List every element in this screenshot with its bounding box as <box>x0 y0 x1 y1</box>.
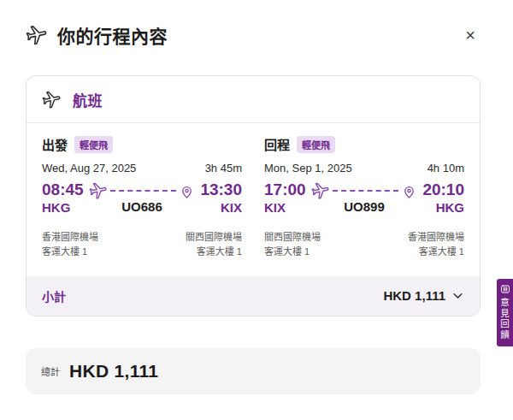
plane-icon <box>42 90 62 109</box>
departure-airport-code: HKG <box>42 200 84 216</box>
close-button[interactable]: × <box>463 25 477 45</box>
departure-time-block: 17:00 KIX <box>264 180 306 216</box>
subtotal-label: 小計 <box>42 287 66 305</box>
departure-time: 08:45 <box>42 180 84 200</box>
date-row: Mon, Sep 1, 2025 4h 10m <box>264 162 464 175</box>
arrival-airport-code: KIX <box>200 200 242 216</box>
chevron-down-icon <box>451 289 464 302</box>
flight-number: UO899 <box>344 199 385 214</box>
departure-airport-code: KIX <box>264 200 306 216</box>
modal-header-left: 你的行程內容 <box>26 22 168 48</box>
fare-badge: 輕便飛 <box>74 136 113 153</box>
arrival-time: 13:30 <box>200 180 242 200</box>
departure-airport-name: 香港國際機場 <box>42 230 98 245</box>
departure-terminal: 客運大樓 1 <box>264 245 321 259</box>
total-card: 總計 HKD 1,111 <box>26 348 481 394</box>
segment-outbound: 出發 輕便飛 Wed, Aug 27, 2025 3h 45m 08:45 HK… <box>42 135 242 259</box>
arrival-airport-code: HKG <box>422 200 464 216</box>
departure-airport: 關西國際機場 客運大樓 1 <box>264 230 321 259</box>
segment-return: 回程 輕便飛 Mon, Sep 1, 2025 4h 10m 17:00 KIX <box>264 135 464 259</box>
subtotal-row[interactable]: 小計 HKD 1,111 <box>27 276 480 316</box>
subtotal-amount: HKD 1,111 <box>383 288 464 303</box>
total-label: 總計 <box>41 364 60 378</box>
arrival-airport-name: 關西國際機場 <box>186 230 242 245</box>
arrival-time-block: 13:30 KIX <box>200 180 242 216</box>
segment-header: 出發 輕便飛 <box>42 135 242 153</box>
plane-icon <box>89 181 108 200</box>
airports-row: 香港國際機場 客運大樓 1 關西國際機場 客運大樓 1 <box>42 230 242 259</box>
flight-path-line <box>89 181 196 200</box>
survey-icon <box>500 284 510 294</box>
arrival-time-block: 20:10 HKG <box>422 180 464 216</box>
flight-card-header: 航班 <box>27 76 480 123</box>
flight-path-line <box>311 181 418 200</box>
modal-header: 你的行程內容 × <box>0 0 513 48</box>
fare-badge: 輕便飛 <box>297 136 335 153</box>
date-row: Wed, Aug 27, 2025 3h 45m <box>42 162 242 175</box>
flight-number: UO686 <box>121 199 162 214</box>
arrival-airport: 關西國際機場 客運大樓 1 <box>186 230 242 259</box>
section-title-flights: 航班 <box>73 89 103 110</box>
departure-airport: 香港國際機場 客運大樓 1 <box>42 230 98 259</box>
departure-airport-name: 關西國際機場 <box>264 230 321 245</box>
flight-segments: 出發 輕便飛 Wed, Aug 27, 2025 3h 45m 08:45 HK… <box>27 123 480 273</box>
flight-row: 08:45 HKG <box>42 180 242 216</box>
location-pin-icon <box>401 183 417 199</box>
flight-path: UO686 <box>89 181 196 214</box>
flight-card: 航班 出發 輕便飛 Wed, Aug 27, 2025 3h 45m 08:45… <box>26 75 481 316</box>
total-amount: HKD 1,111 <box>69 361 158 382</box>
flight-duration: 4h 10m <box>428 162 464 175</box>
departure-time: 17:00 <box>264 180 306 200</box>
arrival-time: 20:10 <box>422 180 464 200</box>
plane-icon <box>311 181 330 200</box>
segment-header: 回程 輕便飛 <box>264 135 464 153</box>
dashed-route-line <box>110 190 177 192</box>
departure-terminal: 客運大樓 1 <box>42 245 98 259</box>
airports-row: 關西國際機場 客運大樓 1 香港國際機場 客運大樓 1 <box>264 230 464 259</box>
dashed-route-line <box>333 190 399 192</box>
arrival-airport-name: 香港國際機場 <box>408 230 464 245</box>
arrival-terminal: 客運大樓 1 <box>408 245 464 259</box>
flight-duration: 3h 45m <box>205 162 242 175</box>
arrival-terminal: 客運大樓 1 <box>186 245 242 259</box>
plane-icon <box>26 24 48 46</box>
flight-date: Wed, Aug 27, 2025 <box>42 162 136 175</box>
feedback-tab[interactable]: 意見回饋 <box>497 279 513 346</box>
feedback-tab-label: 意見回饋 <box>498 298 511 340</box>
arrival-airport: 香港國際機場 客運大樓 1 <box>408 230 464 259</box>
direction-label: 出發 <box>42 135 68 153</box>
location-pin-icon <box>179 183 195 199</box>
close-icon: × <box>465 26 475 44</box>
flight-row: 17:00 KIX <box>264 180 464 216</box>
flight-path: UO899 <box>311 181 418 214</box>
departure-time-block: 08:45 HKG <box>42 180 84 216</box>
flight-date: Mon, Sep 1, 2025 <box>264 162 352 175</box>
subtotal-value: HKD 1,111 <box>383 288 445 303</box>
page-title: 你的行程內容 <box>57 22 168 48</box>
direction-label: 回程 <box>264 135 290 153</box>
